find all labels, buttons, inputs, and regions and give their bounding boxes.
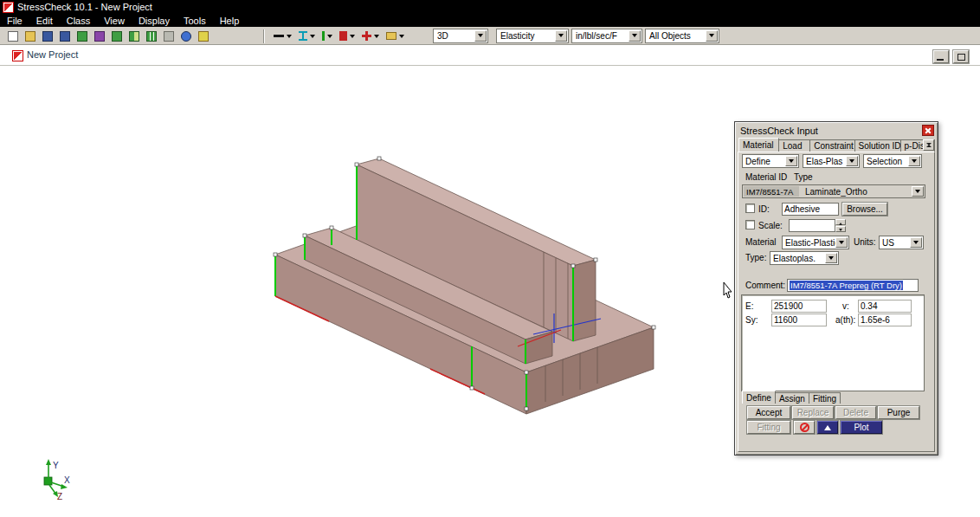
replace-button[interactable]: Replace bbox=[792, 406, 834, 419]
analysis-type-combo[interactable]: Elasticity bbox=[496, 29, 569, 43]
scale-checkbox[interactable] bbox=[745, 220, 755, 229]
extrude-icon bbox=[299, 31, 307, 41]
menu-item-tools[interactable]: Tools bbox=[177, 14, 213, 27]
restore-button[interactable] bbox=[953, 50, 969, 63]
material-label: Material bbox=[745, 237, 777, 247]
axis-label-y: Y bbox=[53, 461, 59, 470]
objects-filter-combo[interactable]: All Objects bbox=[645, 29, 719, 43]
chevron-down-icon[interactable] bbox=[785, 156, 797, 166]
scale-field[interactable] bbox=[789, 219, 835, 232]
objects-filter-combo-value: All Objects bbox=[649, 31, 691, 41]
menu-item-file[interactable]: File bbox=[0, 14, 29, 27]
tab-constraint[interactable]: Constraint bbox=[809, 139, 854, 152]
bottom-tab-fitting[interactable]: Fitting bbox=[809, 392, 841, 404]
dimension-combo-value: 3D bbox=[437, 31, 448, 41]
scale-spinner[interactable] bbox=[835, 219, 846, 232]
dialog-title-bar[interactable]: StressCheck Input bbox=[738, 124, 935, 138]
class-combo[interactable]: Elas-Plas bbox=[803, 154, 860, 168]
minimize-button[interactable] bbox=[933, 50, 949, 63]
tab-solution-id[interactable]: Solution ID bbox=[854, 139, 901, 152]
chevron-down-icon[interactable] bbox=[908, 156, 920, 166]
close-icon[interactable] bbox=[922, 125, 934, 136]
method-combo[interactable]: Selection bbox=[863, 154, 922, 168]
model-viewport[interactable]: Y X Z bbox=[0, 66, 732, 517]
menu-item-class[interactable]: Class bbox=[60, 14, 98, 27]
ath-label: a(th): bbox=[835, 315, 855, 325]
menu-item-view[interactable]: View bbox=[97, 14, 132, 27]
info-icon[interactable] bbox=[178, 29, 194, 43]
objects-dropdown[interactable] bbox=[384, 29, 406, 43]
properties-panel: E: 251900 v: 0.34 Sy: 11600 a(th): 1.65e… bbox=[741, 294, 925, 391]
points-dropdown[interactable] bbox=[338, 29, 357, 43]
chevron-down-icon[interactable] bbox=[706, 30, 718, 42]
bottom-tab-define[interactable]: Define bbox=[742, 391, 776, 404]
ath-field[interactable]: 1.65e-6 bbox=[858, 313, 912, 326]
chevron-down-icon[interactable] bbox=[474, 30, 487, 42]
bottom-tab-assign[interactable]: Assign bbox=[775, 392, 809, 404]
help-icon[interactable] bbox=[196, 29, 211, 43]
tab-scroll-spinner[interactable] bbox=[923, 139, 934, 151]
chevron-down-icon[interactable] bbox=[835, 237, 848, 248]
save-as-icon[interactable] bbox=[57, 29, 73, 43]
materials-icon[interactable] bbox=[92, 29, 107, 43]
spinner-up-icon[interactable] bbox=[835, 219, 846, 225]
sound-icon[interactable] bbox=[161, 29, 177, 43]
edge-dropdown[interactable] bbox=[320, 29, 334, 43]
accept-button[interactable]: Accept bbox=[747, 406, 790, 419]
open-icon[interactable] bbox=[23, 29, 38, 43]
chevron-down-icon[interactable] bbox=[629, 30, 641, 42]
type2-combo[interactable]: Elastoplas. bbox=[770, 251, 839, 265]
tab-material[interactable]: Material bbox=[738, 138, 779, 152]
id-field[interactable]: Adhesive bbox=[782, 203, 839, 216]
id-checkbox[interactable] bbox=[745, 204, 755, 213]
chevron-down-icon[interactable] bbox=[912, 186, 924, 197]
bottom-tab-strip: Define Assign Fitting bbox=[742, 391, 840, 404]
e-field[interactable]: 251900 bbox=[771, 300, 827, 313]
export-icon[interactable] bbox=[74, 29, 90, 43]
chevron-down-icon[interactable] bbox=[825, 253, 837, 263]
plot-button[interactable]: Plot bbox=[841, 421, 882, 434]
sy-field[interactable]: 11600 bbox=[771, 313, 827, 326]
spinner-down-icon[interactable] bbox=[835, 226, 846, 232]
chevron-down-icon[interactable] bbox=[846, 156, 858, 166]
id-label: ID: bbox=[758, 204, 770, 214]
line-draw-dropdown[interactable] bbox=[272, 29, 293, 43]
menu-item-edit[interactable]: Edit bbox=[29, 14, 60, 27]
comment-label: Comment: bbox=[745, 281, 785, 290]
fitting-button[interactable]: Fitting bbox=[747, 421, 790, 434]
purge-button[interactable]: Purge bbox=[878, 406, 919, 419]
dimension-combo[interactable]: 3D bbox=[433, 29, 488, 43]
stresscheck-input-dialog: StressCheck Input Material Load Constrai… bbox=[734, 121, 938, 456]
comment-field[interactable]: IM7/8551-7A Prepreg (RT Dry) bbox=[787, 279, 919, 292]
mesh-icon[interactable] bbox=[126, 29, 142, 43]
axes-dropdown[interactable] bbox=[360, 29, 381, 43]
scale-label: Scale: bbox=[758, 221, 783, 230]
units-combo[interactable]: in/lbl/sec/F bbox=[571, 29, 642, 43]
units-label: Units: bbox=[854, 237, 876, 247]
title-bar: StressCheck 10.1 - New Project bbox=[0, 0, 980, 14]
save-icon[interactable] bbox=[40, 29, 55, 43]
extrude-dropdown[interactable] bbox=[297, 29, 317, 43]
expand-button[interactable] bbox=[817, 421, 838, 434]
tab-load[interactable]: Load bbox=[778, 139, 810, 152]
menu-item-display[interactable]: Display bbox=[132, 14, 177, 27]
new-file-icon[interactable] bbox=[5, 29, 21, 43]
arrow-up-icon bbox=[824, 422, 831, 430]
action-combo[interactable]: Define bbox=[742, 154, 799, 168]
delete-button[interactable]: Delete bbox=[835, 406, 876, 419]
grid-icon[interactable] bbox=[144, 29, 159, 43]
import-icon[interactable] bbox=[109, 29, 125, 43]
dialog-title: StressCheck Input bbox=[740, 126, 818, 136]
abort-button[interactable] bbox=[794, 421, 815, 434]
v-field[interactable]: 0.34 bbox=[858, 300, 912, 313]
child-window-header: New Project bbox=[0, 45, 980, 66]
dialog-tab-strip: Material Load Constraint Solution ID p-D… bbox=[738, 139, 934, 152]
menu-item-help[interactable]: Help bbox=[213, 14, 247, 27]
units-combo-dialog[interactable]: US bbox=[879, 236, 924, 249]
material-combo[interactable]: Elastic-Plastic bbox=[782, 236, 849, 249]
sy-label: Sy: bbox=[745, 315, 758, 325]
chevron-down-icon[interactable] bbox=[555, 30, 567, 42]
material-id-combo[interactable]: IM7/8551-7A Laminate_Ortho bbox=[742, 184, 925, 198]
chevron-down-icon[interactable] bbox=[910, 237, 922, 248]
browse-button[interactable]: Browse... bbox=[842, 203, 887, 216]
